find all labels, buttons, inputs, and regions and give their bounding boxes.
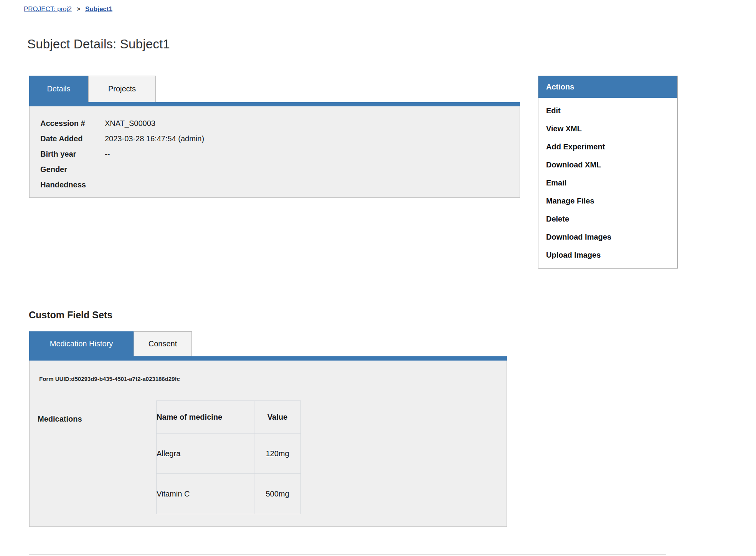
- tab-projects[interactable]: Projects: [88, 76, 156, 102]
- actions-panel: Actions Edit View XML Add Experiment Dow…: [538, 76, 678, 268]
- details-tab-underline-bar: [29, 102, 520, 106]
- field-row-accession: Accession # XNAT_S00003: [40, 116, 520, 131]
- action-email[interactable]: Email: [538, 174, 677, 192]
- details-field-list: Accession # XNAT_S00003 Date Added 2023-…: [30, 106, 520, 192]
- custom-fields-tab-bar: Medication History Consent: [29, 331, 192, 356]
- bottom-divider: [29, 554, 666, 555]
- action-add-experiment[interactable]: Add Experiment: [538, 138, 677, 156]
- medicine-value-cell: 500mg: [254, 474, 301, 514]
- action-download-xml[interactable]: Download XML: [538, 156, 677, 174]
- action-edit[interactable]: Edit: [538, 102, 677, 120]
- custom-tab-underline-bar: [29, 356, 507, 361]
- table-row: Allegra 120mg: [157, 434, 301, 474]
- breadcrumb-separator: >: [77, 5, 80, 14]
- action-manage-files[interactable]: Manage Files: [538, 192, 677, 210]
- column-header-value: Value: [254, 401, 301, 434]
- medicine-name-cell: Vitamin C: [157, 474, 254, 514]
- action-upload-images[interactable]: Upload Images: [538, 246, 677, 264]
- field-row-date-added: Date Added 2023-03-28 16:47:54 (admin): [40, 131, 520, 146]
- field-row-birth-year: Birth year --: [40, 146, 520, 162]
- tab-medication-history[interactable]: Medication History: [29, 331, 134, 356]
- custom-field-sets-heading: Custom Field Sets: [29, 309, 112, 321]
- page-title: Subject Details: Subject1: [27, 37, 170, 51]
- breadcrumb-project-link[interactable]: PROJECT: proj2: [24, 5, 72, 13]
- medications-table-header-row: Name of medicine Value: [157, 401, 301, 434]
- tab-consent[interactable]: Consent: [134, 331, 192, 356]
- form-uuid-label: Form UUID:d50293d9-b435-4501-a7f2-a02318…: [39, 376, 180, 382]
- tab-details[interactable]: Details: [29, 76, 88, 102]
- column-header-name-of-medicine: Name of medicine: [157, 401, 254, 434]
- details-panel: Accession # XNAT_S00003 Date Added 2023-…: [29, 106, 520, 198]
- details-tab-bar: Details Projects: [29, 76, 156, 102]
- medicine-value-cell: 120mg: [254, 434, 301, 474]
- field-value: --: [105, 146, 110, 162]
- action-view-xml[interactable]: View XML: [538, 120, 677, 138]
- breadcrumb-subject-link[interactable]: Subject1: [85, 5, 112, 13]
- action-download-images[interactable]: Download Images: [538, 228, 677, 246]
- field-value: 2023-03-28 16:47:54 (admin): [105, 131, 204, 146]
- medications-table: Name of medicine Value Allegra 120mg Vit…: [156, 400, 301, 514]
- actions-list: Edit View XML Add Experiment Download XM…: [538, 98, 677, 264]
- field-label: Date Added: [40, 131, 105, 146]
- field-label: Accession #: [40, 116, 105, 131]
- medicine-name-cell: Allegra: [157, 434, 254, 474]
- medications-label: Medications: [38, 415, 82, 424]
- field-row-gender: Gender: [40, 162, 520, 177]
- field-row-handedness: Handedness: [40, 177, 520, 192]
- field-value: XNAT_S00003: [105, 116, 155, 131]
- field-label: Birth year: [40, 146, 105, 162]
- field-label: Gender: [40, 162, 105, 177]
- breadcrumb: PROJECT: proj2>Subject1: [24, 5, 112, 14]
- actions-panel-header: Actions: [538, 76, 677, 98]
- action-delete[interactable]: Delete: [538, 210, 677, 228]
- field-label: Handedness: [40, 177, 105, 192]
- table-row: Vitamin C 500mg: [157, 474, 301, 514]
